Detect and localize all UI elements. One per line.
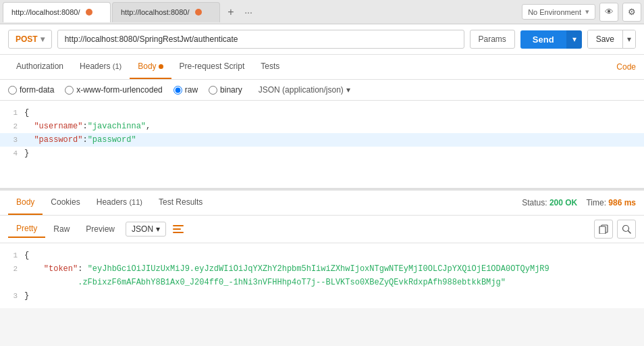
request-body-editor[interactable]: 1 { 2 "username":"javachinna", 3 "passwo… [0,101,644,189]
json-format-label: JSON (application/json) [259,85,344,95]
gear-icon: ⚙ [628,7,636,17]
method-label: POST [16,34,38,44]
status-label: Status: [522,198,549,207]
method-select[interactable]: POST ▾ [8,30,52,49]
response-format-chevron-icon: ▾ [156,224,160,234]
fmt-tab-preview-label: Preview [86,224,115,234]
tab-bar: http://localhost:8080/ http://localhost:… [0,0,644,24]
form-data-radio[interactable] [8,86,17,95]
binary-label: binary [220,85,242,95]
resp-tab-headers[interactable]: Headers (11) [88,191,151,215]
resp-line-2: 2 "token": "eyJhbGciOiJIUzUxMiJ9.eyJzdWI… [0,262,644,289]
binary-radio[interactable] [209,86,217,95]
top-right-controls: No Environment ▾ 👁 ⚙ [522,3,641,22]
svg-rect-0 [173,225,184,226]
time-value: 986 ms [608,198,636,207]
tab-prerequest[interactable]: Pre-request Script [171,55,253,79]
tab-body[interactable]: Body [130,55,171,79]
environment-select[interactable]: No Environment ▾ [522,4,595,20]
browser-tab-2[interactable]: http://localhost:8080/ [112,2,220,22]
resp-tab-body[interactable]: Body [8,191,43,215]
code-line-4: 4 } [0,147,644,160]
resp-tab-cookies-label: Cookies [51,197,80,207]
svg-line-6 [628,231,631,234]
code-line-1: 1 { [0,106,644,120]
request-tabs: Authorization Headers (1) Body Pre-reque… [0,55,644,80]
eye-icon: 👁 [605,7,614,17]
json-format-chevron-icon: ▾ [346,85,350,95]
svg-rect-1 [173,228,181,230]
copy-icon-button[interactable] [594,220,613,239]
line-content-3: "password":"password" [24,133,644,147]
binary-option[interactable]: binary [209,85,242,95]
time-label: Time: [586,198,608,207]
response-body-display: 1 { 2 "token": "eyJhbGciOiJIUzUxMiJ9.eyJ… [0,243,644,308]
save-dropdown-button[interactable]: ▾ [622,30,635,48]
align-icon[interactable] [171,222,185,236]
svg-rect-2 [173,232,184,233]
urlencoded-option[interactable]: x-www-form-urlencoded [65,85,162,95]
fmt-tab-pretty[interactable]: Pretty [8,220,45,238]
raw-radio[interactable] [173,86,182,95]
line-content-4: } [24,147,644,160]
fmt-tab-raw[interactable]: Raw [45,221,78,237]
response-tabs-bar: Body Cookies Headers (11) Test Results S… [0,191,644,216]
json-format-select[interactable]: JSON (application/json) ▾ [259,85,350,95]
env-label: No Environment [528,8,581,16]
form-data-label: form-data [20,85,54,95]
response-icon-buttons [594,220,636,239]
svg-rect-4 [599,226,606,234]
resp-tab-body-label: Body [16,197,34,207]
line-content-1: { [24,106,644,120]
raw-label: raw [185,85,198,95]
line-num-1: 1 [0,106,24,120]
more-tabs-button[interactable]: ··· [240,4,257,20]
resp-line-3: 3 } [0,289,644,303]
browser-tab-1[interactable]: http://localhost:8080/ [3,2,111,22]
tab-body-label: Body [138,61,156,71]
code-link[interactable]: Code [616,55,636,78]
eye-icon-button[interactable]: 👁 [599,3,618,22]
fmt-tab-preview[interactable]: Preview [78,221,123,237]
code-line-3: 3 "password":"password" [0,133,644,147]
tab-1-label: http://localhost:8080/ [11,8,80,16]
headers-badge: (1) [113,62,122,70]
resp-tab-headers-label: Headers [97,197,130,207]
tab-1-dot [86,9,92,16]
status-code: 200 OK [549,198,577,207]
send-button-group: Send ▾ [520,30,582,49]
tab-tests-label: Tests [261,61,279,71]
resp-tab-test-results[interactable]: Test Results [151,191,211,215]
resp-tab-cookies[interactable]: Cookies [43,191,88,215]
url-input[interactable] [57,30,464,49]
params-button[interactable]: Params [470,30,515,49]
line-num-4: 4 [0,147,24,160]
tab-2-dot [195,9,202,16]
resp-line-1: 1 { [0,249,644,262]
response-format-select[interactable]: JSON ▾ [126,222,166,237]
gear-icon-button[interactable]: ⚙ [622,3,641,22]
tab-prerequest-label: Pre-request Script [180,61,245,71]
urlencoded-radio[interactable] [65,86,74,95]
send-button[interactable]: Send [520,30,566,49]
form-data-option[interactable]: form-data [8,85,54,95]
save-button-group: Save ▾ [587,30,636,49]
raw-option[interactable]: raw [173,85,198,95]
tab-authorization-label: Authorization [16,61,63,71]
search-icon-button[interactable] [617,220,636,239]
send-dropdown-button[interactable]: ▾ [566,30,582,49]
tab-authorization[interactable]: Authorization [8,55,72,79]
tab-headers-label: Headers [80,61,113,71]
save-button[interactable]: Save [588,30,622,48]
tab-tests[interactable]: Tests [252,55,288,79]
body-dot-indicator [159,64,163,69]
resp-line-num-2: 2 [0,262,24,289]
resp-tab-test-results-label: Test Results [159,197,203,207]
tab-headers[interactable]: Headers (1) [72,55,130,79]
fmt-tab-raw-label: Raw [53,224,70,234]
new-tab-button[interactable]: + [223,4,239,20]
resp-line-content-1: { [24,249,644,262]
resp-headers-badge: (11) [129,198,142,206]
response-format-label: JSON [132,224,153,234]
tab-2-label: http://localhost:8080/ [121,8,190,16]
